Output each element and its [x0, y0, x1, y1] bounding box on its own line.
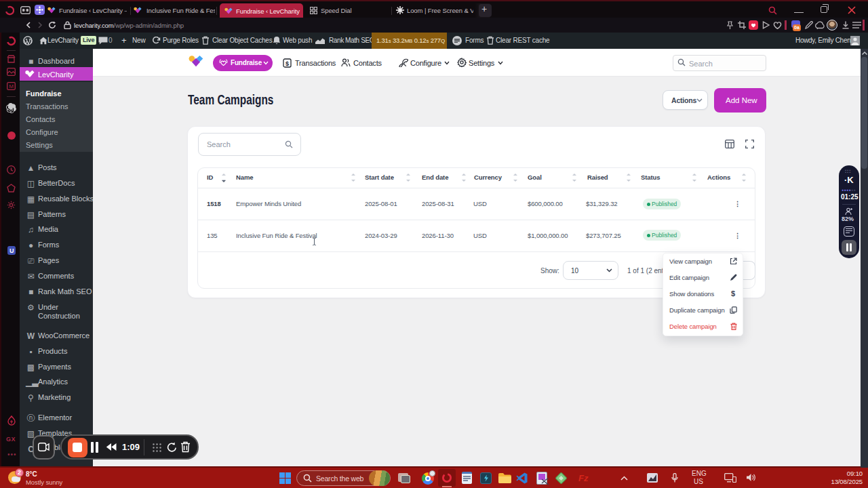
svg-text:M: M: [9, 83, 14, 89]
svg-text:$: $: [285, 60, 289, 67]
